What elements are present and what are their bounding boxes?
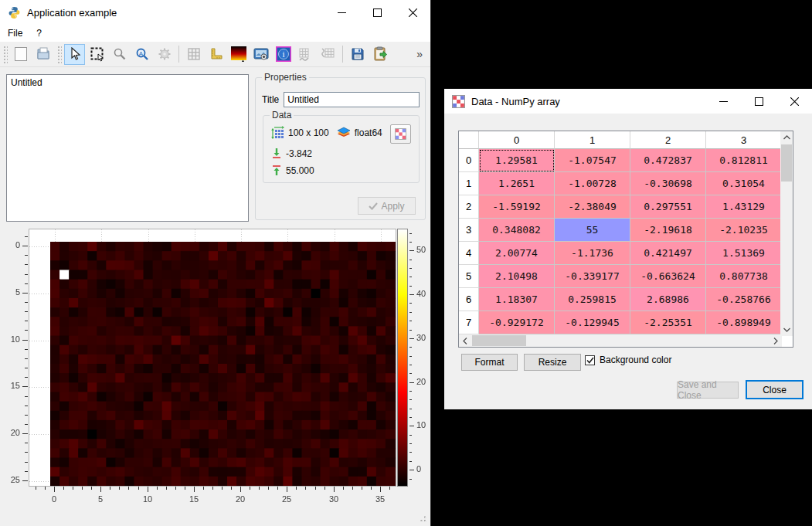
toolbar-handle-2[interactable] xyxy=(56,45,62,63)
vertical-scroll-thumb[interactable] xyxy=(781,144,792,182)
open-file-button[interactable] xyxy=(32,44,53,65)
save-as-button[interactable] xyxy=(347,44,368,65)
table-cell[interactable]: -0.663624 xyxy=(630,265,706,288)
resize-button[interactable]: Resize xyxy=(524,354,581,371)
row-header[interactable]: 2 xyxy=(459,195,479,219)
table-cell[interactable]: -1.00728 xyxy=(555,172,630,195)
copy-to-clipboard-button[interactable] xyxy=(369,44,390,65)
table-cell[interactable]: 0.807738 xyxy=(706,265,782,288)
table-cell[interactable]: 1.29581 xyxy=(479,149,555,172)
table-cell[interactable]: 2.00774 xyxy=(479,242,555,265)
dialog-close-button[interactable] xyxy=(776,89,812,114)
row-header[interactable]: 7 xyxy=(459,311,479,334)
horizontal-scroll-thumb[interactable] xyxy=(472,335,526,346)
toolbar-overflow-chevron[interactable]: » xyxy=(416,48,423,60)
snapshot-button[interactable] xyxy=(250,44,271,65)
grid-button[interactable] xyxy=(183,44,204,65)
table-cell[interactable]: 1.51369 xyxy=(706,242,782,265)
new-image-button[interactable] xyxy=(10,44,31,65)
rectangle-zoom-button[interactable] xyxy=(87,44,107,65)
data-group-label: Data xyxy=(270,110,294,120)
plot-canvas[interactable] xyxy=(29,229,396,487)
table-cell[interactable]: 0.472837 xyxy=(630,149,706,172)
checkmark-icon xyxy=(586,357,594,364)
apply-button[interactable]: Apply xyxy=(358,197,416,215)
edit-array-button[interactable] xyxy=(390,124,411,144)
scroll-down-button[interactable] xyxy=(780,324,793,336)
table-cell[interactable]: 1.2651 xyxy=(479,172,555,195)
table-cell[interactable]: 0.348082 xyxy=(479,219,555,242)
table-cell[interactable]: -0.258766 xyxy=(706,288,782,311)
column-header[interactable]: 2 xyxy=(630,131,706,149)
table-cell[interactable]: -2.25351 xyxy=(630,311,706,334)
gear-button[interactable] xyxy=(154,44,175,65)
close-button[interactable] xyxy=(395,0,430,25)
numpy-array-dialog: Data - NumPy array 012301.29581-1.075470… xyxy=(444,89,812,409)
item-list[interactable]: Untitled xyxy=(6,74,249,222)
table-cell[interactable]: 0.31054 xyxy=(706,172,782,195)
heatmap-image[interactable] xyxy=(29,229,396,486)
close-dialog-button[interactable]: Close xyxy=(746,380,804,399)
background-color-checkbox[interactable] xyxy=(585,355,595,365)
toolbar-handle[interactable] xyxy=(2,45,8,63)
table-cell[interactable]: -2.10235 xyxy=(706,219,782,242)
row-header[interactable]: 4 xyxy=(459,242,479,265)
max-value-icon xyxy=(271,165,282,176)
save-and-close-button[interactable]: Save and Close xyxy=(677,382,739,399)
table-cell[interactable]: -0.30698 xyxy=(630,172,706,195)
table-cell[interactable]: 55 xyxy=(555,219,630,242)
row-header[interactable]: 3 xyxy=(459,219,479,242)
scroll-left-button[interactable] xyxy=(459,334,471,347)
table-cell[interactable]: -1.07547 xyxy=(555,149,630,172)
table-cell[interactable]: -1.59192 xyxy=(479,195,555,219)
scroll-up-button[interactable] xyxy=(780,131,793,144)
pointer-select-button[interactable] xyxy=(64,44,85,65)
table-cell[interactable]: 0.259815 xyxy=(555,288,630,311)
table-cell[interactable]: 0.297551 xyxy=(630,195,706,219)
table-cell[interactable]: -1.1736 xyxy=(555,242,630,265)
row-header[interactable]: 5 xyxy=(459,265,479,288)
table-cell[interactable]: -0.129945 xyxy=(555,311,630,334)
dialog-minimize-button[interactable] xyxy=(705,89,741,114)
column-header[interactable]: 0 xyxy=(479,131,555,149)
table-cell[interactable]: 1.43129 xyxy=(706,195,782,219)
scroll-right-button[interactable] xyxy=(770,334,782,347)
column-header[interactable]: 1 xyxy=(555,131,630,149)
zoom-area-button[interactable]: A xyxy=(131,44,152,65)
colormap-button[interactable] xyxy=(228,44,249,65)
table-cell[interactable]: -2.19618 xyxy=(630,219,706,242)
table-cell[interactable]: 2.68986 xyxy=(630,288,706,311)
axis-tick xyxy=(54,487,55,492)
table-cell[interactable]: -2.38049 xyxy=(555,195,630,219)
ruler-button[interactable] xyxy=(206,44,226,65)
table-cell[interactable]: 2.10498 xyxy=(479,265,555,288)
column-header[interactable]: 3 xyxy=(706,131,782,149)
table-cell[interactable]: 1.18307 xyxy=(479,288,555,311)
menu-file[interactable]: File xyxy=(2,26,29,40)
row-header[interactable]: 6 xyxy=(459,288,479,311)
contrast-button[interactable]: i xyxy=(273,44,294,65)
table-cell[interactable]: -0.929172 xyxy=(479,311,555,334)
table-cell[interactable]: 0.421497 xyxy=(630,242,706,265)
row-header[interactable]: 0 xyxy=(459,149,479,172)
dialog-maximize-button[interactable] xyxy=(741,89,776,114)
min-value-icon xyxy=(271,148,282,159)
list-item[interactable]: Untitled xyxy=(11,77,244,88)
resize-grip[interactable] xyxy=(417,513,427,523)
vertical-scrollbar[interactable] xyxy=(780,131,793,336)
table-cell[interactable]: -0.898949 xyxy=(706,311,782,334)
row-header[interactable]: 1 xyxy=(459,172,479,195)
zoom-button[interactable] xyxy=(109,44,130,65)
colorbar[interactable] xyxy=(397,229,408,487)
maximize-button[interactable] xyxy=(359,0,395,25)
y-cross-section-button[interactable] xyxy=(318,44,338,65)
table-cell[interactable]: 0.812811 xyxy=(706,149,782,172)
x-cross-section-button[interactable] xyxy=(295,44,316,65)
menu-help[interactable]: ? xyxy=(30,26,48,40)
title-input[interactable] xyxy=(284,92,420,107)
minimize-button[interactable] xyxy=(324,0,359,25)
table-corner[interactable] xyxy=(459,131,479,149)
format-button[interactable]: Format xyxy=(461,354,518,371)
table-cell[interactable]: -0.339177 xyxy=(555,265,630,288)
horizontal-scrollbar[interactable] xyxy=(459,334,782,347)
